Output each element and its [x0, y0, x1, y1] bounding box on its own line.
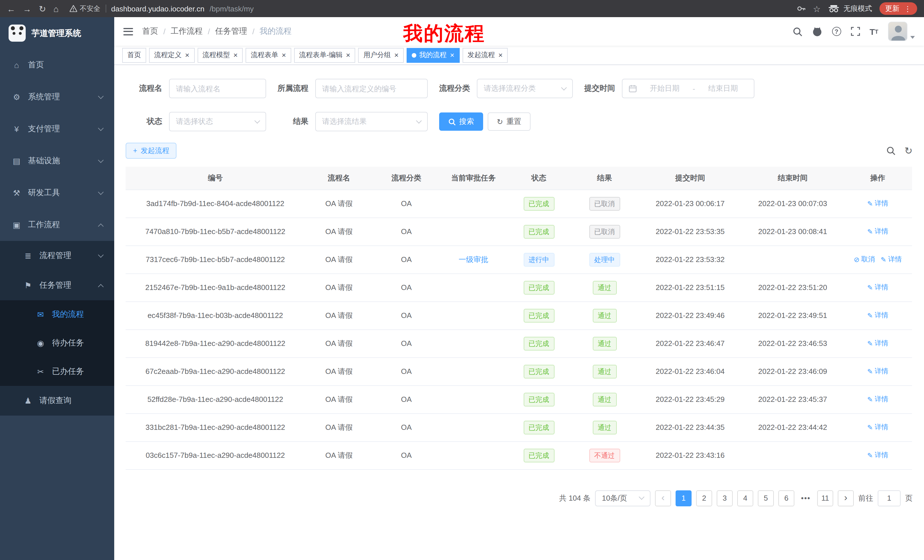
sidebar-item-workflow[interactable]: ▣工作流程	[0, 209, 114, 241]
pagination-ellipsis[interactable]: •••	[799, 494, 813, 502]
sidebar-item-my-process[interactable]: ✉我的流程	[0, 300, 114, 329]
action-label: 详情	[874, 283, 888, 292]
tab-流程表单-编辑[interactable]: 流程表单-编辑×	[294, 48, 356, 63]
tab-我的流程[interactable]: 我的流程×	[406, 48, 459, 63]
detail-link[interactable]: ✎详情	[867, 283, 888, 292]
cell-category: OA	[373, 246, 440, 273]
breadcrumb-item[interactable]: 工作流程	[171, 26, 203, 36]
detail-link[interactable]: ✎详情	[867, 310, 888, 320]
detail-link[interactable]: ✎详情	[867, 367, 888, 376]
tab-流程定义[interactable]: 流程定义×	[149, 48, 195, 63]
tab-流程表单[interactable]: 流程表单×	[246, 48, 291, 63]
end-date-placeholder[interactable]: 结束日期	[698, 83, 747, 94]
cell-task	[440, 441, 507, 469]
sidebar-item-task-management[interactable]: ⚑任务管理	[0, 271, 114, 300]
close-icon[interactable]: ×	[346, 51, 350, 59]
breadcrumb-item[interactable]: 首页	[142, 26, 158, 36]
chevron-down-icon	[98, 252, 104, 258]
tab-用户分组[interactable]: 用户分组×	[358, 48, 404, 63]
page-1[interactable]: 1	[676, 490, 692, 506]
home-icon[interactable]: ⌂	[53, 4, 58, 13]
hamburger-icon[interactable]	[123, 28, 133, 35]
sidebar-item-done-task[interactable]: ✂已办任务	[0, 357, 114, 386]
fullscreen-icon[interactable]	[850, 27, 860, 36]
reset-button[interactable]: ↻ 重置	[488, 112, 531, 131]
sidebar-item-leave-query[interactable]: ♟请假查询	[0, 386, 114, 416]
next-page-button[interactable]: ›	[838, 490, 854, 506]
browser-chrome: ← → ↻ ⌂ 不安全 dashboard.yudao.iocoder.cn/b…	[0, 0, 924, 17]
breadcrumb-item[interactable]: 任务管理	[215, 26, 247, 36]
start-date-placeholder[interactable]: 开始日期	[640, 83, 689, 94]
tab-首页[interactable]: 首页	[122, 48, 146, 63]
table-tools: ↻	[886, 145, 913, 157]
page-11[interactable]: 11	[817, 490, 833, 506]
action-label: 详情	[874, 422, 888, 432]
back-icon[interactable]: ←	[7, 4, 15, 13]
menu-kebab-icon[interactable]: ⋮	[904, 4, 911, 13]
github-icon[interactable]	[812, 26, 822, 36]
process-name-input[interactable]	[176, 84, 259, 93]
close-icon[interactable]: ×	[233, 51, 238, 59]
date-range-picker[interactable]: 开始日期 - 结束日期	[622, 79, 754, 98]
status-select[interactable]: 请选择状态	[169, 112, 266, 131]
task-management-icon: ⚑	[23, 281, 33, 290]
sidebar-item-dev-tools[interactable]: ⚒研发工具	[0, 177, 114, 209]
address-bar[interactable]: 不安全 dashboard.yudao.iocoder.cn/bpm/task/…	[69, 4, 789, 13]
sidebar-item-home[interactable]: ⌂首页	[0, 49, 114, 81]
logo[interactable]: 芋道管理系统	[0, 17, 114, 49]
sidebar-item-todo-task[interactable]: ◉待办任务	[0, 329, 114, 357]
sidebar-item-label: 基础设施	[28, 156, 60, 166]
bookmark-star-icon[interactable]: ☆	[813, 4, 820, 13]
page-2[interactable]: 2	[696, 490, 712, 506]
detail-link[interactable]: ✎详情	[880, 255, 902, 264]
forward-icon[interactable]: →	[23, 4, 32, 13]
reload-icon[interactable]: ↻	[39, 4, 46, 13]
sidebar-item-payment-management[interactable]: ¥支付管理	[0, 113, 114, 145]
detail-link[interactable]: ✎详情	[867, 227, 888, 236]
cell-name: OA 请假	[305, 190, 373, 217]
detail-link[interactable]: ✎详情	[867, 338, 888, 348]
page-4[interactable]: 4	[737, 490, 753, 506]
security-warning[interactable]: 不安全	[69, 4, 100, 13]
tab-流程模型[interactable]: 流程模型×	[197, 48, 243, 63]
result-select[interactable]: 请选择流结果	[315, 112, 428, 131]
create-process-button[interactable]: + 发起流程	[126, 143, 177, 159]
font-size-icon[interactable]: TT	[870, 27, 878, 36]
refresh-icon[interactable]: ↻	[904, 145, 913, 157]
page-5[interactable]: 5	[758, 490, 774, 506]
close-icon[interactable]: ×	[185, 51, 189, 59]
search-icon[interactable]	[792, 27, 802, 36]
sidebar-item-label: 研发工具	[28, 188, 60, 198]
avatar[interactable]	[888, 22, 908, 41]
close-icon[interactable]: ×	[394, 51, 399, 59]
update-button[interactable]: 更新 ⋮	[879, 2, 917, 15]
devtools-icon: ⚒	[11, 189, 22, 198]
search-button[interactable]: 搜索	[439, 112, 483, 131]
cancel-link[interactable]: ⊘取消	[854, 255, 875, 264]
detail-link[interactable]: ✎详情	[867, 199, 888, 208]
detail-link[interactable]: ✎详情	[867, 394, 888, 404]
sidebar-item-system-management[interactable]: ⚙系统管理	[0, 81, 114, 113]
user-menu[interactable]	[888, 22, 915, 41]
close-icon[interactable]: ×	[498, 51, 502, 59]
detail-link[interactable]: ✎详情	[867, 451, 888, 460]
page-size-select[interactable]: 10条/页	[595, 490, 651, 506]
task-link[interactable]: 一级审批	[459, 255, 488, 264]
category-select[interactable]: 请选择流程分类	[477, 79, 573, 98]
sidebar-item-infrastructure[interactable]: ▤基础设施	[0, 145, 114, 177]
tab-发起流程[interactable]: 发起流程×	[462, 48, 508, 63]
page-3[interactable]: 3	[717, 490, 733, 506]
sidebar-item-process-management[interactable]: ≣流程管理	[0, 241, 114, 271]
hide-search-icon[interactable]	[886, 146, 896, 155]
goto-page-input[interactable]	[878, 490, 901, 506]
close-icon[interactable]: ×	[282, 51, 286, 59]
process-id-input[interactable]	[322, 84, 421, 93]
prev-page-button[interactable]: ‹	[655, 490, 671, 506]
close-icon[interactable]: ×	[450, 51, 454, 59]
detail-link[interactable]: ✎详情	[867, 422, 888, 432]
help-icon[interactable]: ?	[832, 27, 841, 36]
chevron-down-icon	[910, 36, 915, 39]
page-6[interactable]: 6	[778, 490, 794, 506]
breadcrumb: 首页/工作流程/任务管理/我的流程	[142, 26, 291, 36]
key-icon[interactable]	[796, 4, 806, 13]
